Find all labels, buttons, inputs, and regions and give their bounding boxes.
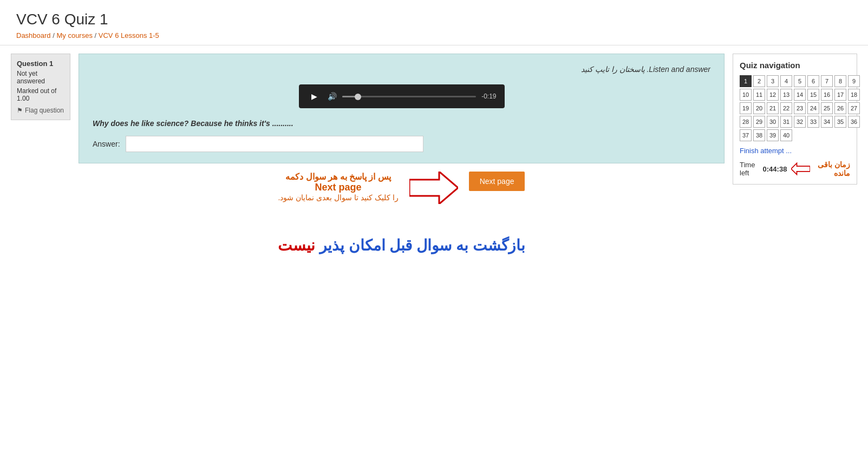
finish-attempt-link[interactable]: Finish attempt ... — [740, 147, 850, 155]
question-marked: Marked out of 1.00 — [17, 87, 64, 102]
nav-btn-19[interactable]: 19 — [740, 102, 752, 114]
question-number-label: Question 1 — [17, 60, 64, 68]
nav-btn-28[interactable]: 28 — [740, 116, 752, 128]
nav-btn-15[interactable]: 15 — [807, 89, 819, 101]
breadcrumb-dashboard[interactable]: Dashboard — [16, 31, 51, 40]
nav-btn-34[interactable]: 34 — [821, 116, 833, 128]
annotation-block: پس از پاسخ به هر سوال دکمه Next page را … — [278, 172, 399, 202]
nav-btn-23[interactable]: 23 — [794, 102, 806, 114]
nav-btn-32[interactable]: 32 — [794, 116, 806, 128]
flag-question-link[interactable]: ⚑ Flag question — [17, 107, 64, 114]
nav-btn-11[interactable]: 11 — [753, 89, 765, 101]
breadcrumb-mycourses[interactable]: My courses — [56, 31, 92, 40]
svg-marker-0 — [409, 172, 458, 204]
nav-btn-13[interactable]: 13 — [780, 89, 792, 101]
nav-panel: Quiz navigation 123456789101112131415161… — [733, 54, 857, 185]
time-label-fa: زمان باقی مانده — [814, 160, 850, 177]
nav-btn-35[interactable]: 35 — [834, 116, 846, 128]
nav-btn-25[interactable]: 25 — [821, 102, 833, 114]
nav-btn-6[interactable]: 6 — [807, 75, 819, 87]
nav-btn-27[interactable]: 27 — [848, 102, 860, 114]
main-layout: Question 1 Not yet answered Marked out o… — [0, 54, 868, 260]
nav-btn-36[interactable]: 36 — [848, 116, 860, 128]
nav-btn-29[interactable]: 29 — [753, 116, 765, 128]
nav-btn-2[interactable]: 2 — [753, 75, 765, 87]
audio-player: ▶ 🔊 -0:19 — [299, 84, 505, 108]
annotation-top-fa: پس از پاسخ به هر سوال دکمه — [278, 172, 399, 182]
question-instruction: Listen and answer. پاسختان را تایپ کنید — [93, 65, 710, 74]
page-title: VCV 6 Quiz 1 — [16, 11, 852, 28]
annotation-label: Next page — [278, 182, 399, 193]
header-divider — [0, 45, 868, 45]
arrow-right-container — [409, 172, 458, 204]
flag-icon: ⚑ — [17, 107, 23, 114]
nav-btn-10[interactable]: 10 — [740, 89, 752, 101]
nav-btn-20[interactable]: 20 — [753, 102, 765, 114]
nav-panel-title: Quiz navigation — [740, 61, 850, 70]
audio-time: -0:19 — [481, 93, 496, 100]
nav-btn-3[interactable]: 3 — [767, 75, 779, 87]
nav-btn-4[interactable]: 4 — [780, 75, 792, 87]
arrow-left-icon — [791, 161, 810, 177]
nav-btn-16[interactable]: 16 — [821, 89, 833, 101]
nav-btn-14[interactable]: 14 — [794, 89, 806, 101]
breadcrumb: Dashboard / My courses / VCV 6 Lessons 1… — [16, 31, 852, 40]
audio-progress-dot — [355, 94, 361, 100]
next-page-area: پس از پاسخ به هر سوال دکمه Next page را … — [79, 172, 725, 204]
audio-volume-button[interactable]: 🔊 — [328, 92, 337, 101]
nav-btn-21[interactable]: 21 — [767, 102, 779, 114]
question-box: Listen and answer. پاسختان را تایپ کنید … — [79, 54, 725, 163]
nav-btn-26[interactable]: 26 — [834, 102, 846, 114]
nav-btn-9[interactable]: 9 — [848, 75, 860, 87]
nav-btn-12[interactable]: 12 — [767, 89, 779, 101]
answer-row: Answer: — [93, 136, 710, 152]
arrow-right-icon — [409, 172, 458, 204]
nav-btn-40[interactable]: 40 — [780, 129, 792, 141]
answer-input[interactable] — [126, 136, 423, 152]
time-value: 0:44:38 — [763, 165, 787, 173]
flag-question-area[interactable]: ⚑ Flag question — [17, 107, 64, 114]
nav-btn-22[interactable]: 22 — [780, 102, 792, 114]
nav-btn-1[interactable]: 1 — [740, 75, 752, 87]
nav-btn-5[interactable]: 5 — [794, 75, 806, 87]
nav-btn-30[interactable]: 30 — [767, 116, 779, 128]
svg-marker-1 — [791, 163, 810, 175]
bottom-notice-red: نیست — [278, 237, 315, 254]
answer-label: Answer: — [93, 140, 120, 148]
content-area: Listen and answer. پاسختان را تایپ کنید … — [79, 54, 725, 260]
nav-grid: 1234567891011121314151617181920212223242… — [740, 75, 850, 141]
nav-btn-33[interactable]: 33 — [807, 116, 819, 128]
time-display: Time left 0:44:38 زمان باقی مانده — [740, 160, 850, 177]
next-page-button[interactable]: Next page — [469, 172, 525, 191]
nav-btn-31[interactable]: 31 — [780, 116, 792, 128]
question-text: Why does he like science? Because he thi… — [93, 119, 710, 128]
nav-btn-38[interactable]: 38 — [753, 129, 765, 141]
annotation-bottom-fa: را کلیک کنید تا سوال بعدی نمایان شود. — [278, 193, 399, 202]
audio-progress-bar[interactable] — [342, 96, 477, 97]
nav-btn-24[interactable]: 24 — [807, 102, 819, 114]
question-info-panel: Question 1 Not yet answered Marked out o… — [11, 54, 70, 120]
nav-btn-8[interactable]: 8 — [834, 75, 846, 87]
bottom-notice-blue: بازگشت به سوال قبل امکان پذیر — [319, 237, 525, 254]
question-status: Not yet answered — [17, 70, 64, 85]
nav-btn-37[interactable]: 37 — [740, 129, 752, 141]
page-header: VCV 6 Quiz 1 Dashboard / My courses / VC… — [0, 0, 868, 45]
audio-play-button[interactable]: ▶ — [307, 89, 322, 104]
bottom-notice: بازگشت به سوال قبل امکان پذیر نیست — [79, 231, 725, 260]
nav-btn-39[interactable]: 39 — [767, 129, 779, 141]
nav-btn-7[interactable]: 7 — [821, 75, 833, 87]
breadcrumb-course[interactable]: VCV 6 Lessons 1-5 — [99, 31, 159, 40]
nav-btn-17[interactable]: 17 — [834, 89, 846, 101]
nav-btn-18[interactable]: 18 — [848, 89, 860, 101]
